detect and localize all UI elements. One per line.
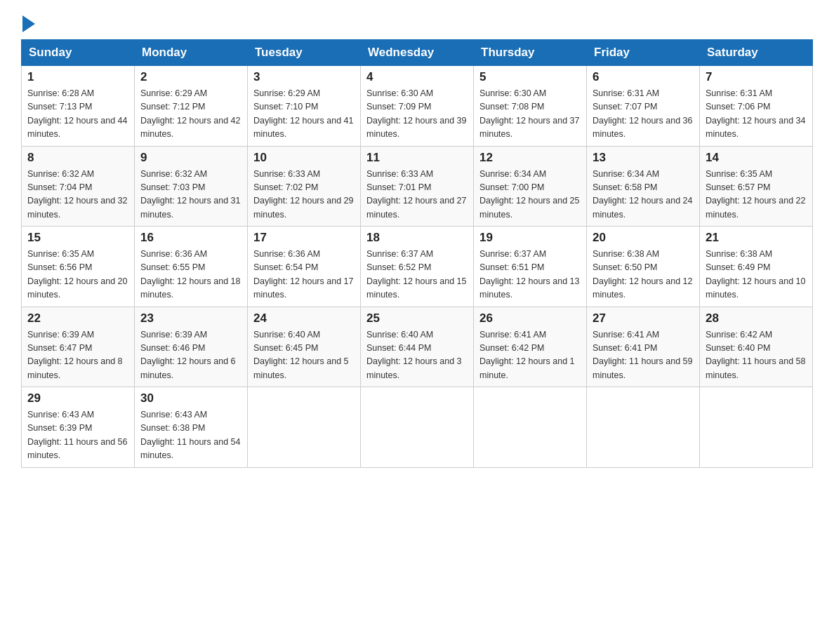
day-info: Sunrise: 6:41 AMSunset: 6:42 PMDaylight:… [479,330,575,380]
day-number: 8 [27,151,128,165]
day-number: 1 [27,70,128,84]
calendar-cell [587,387,700,468]
day-info: Sunrise: 6:29 AMSunset: 7:12 PMDaylight:… [140,88,240,139]
calendar-cell: 3 Sunrise: 6:29 AMSunset: 7:10 PMDayligh… [248,66,361,147]
calendar-cell: 29 Sunrise: 6:43 AMSunset: 6:39 PMDaylig… [22,387,135,468]
calendar-cell: 30 Sunrise: 6:43 AMSunset: 6:38 PMDaylig… [135,387,248,468]
calendar-cell: 10 Sunrise: 6:33 AMSunset: 7:02 PMDaylig… [248,146,361,227]
day-info: Sunrise: 6:30 AMSunset: 7:09 PMDaylight:… [366,88,466,139]
calendar-cell: 15 Sunrise: 6:35 AMSunset: 6:56 PMDaylig… [22,227,135,307]
day-info: Sunrise: 6:39 AMSunset: 6:46 PMDaylight:… [140,330,236,380]
calendar-cell: 24 Sunrise: 6:40 AMSunset: 6:45 PMDaylig… [248,307,361,387]
calendar-cell: 11 Sunrise: 6:33 AMSunset: 7:01 PMDaylig… [361,146,474,227]
calendar-cell: 27 Sunrise: 6:41 AMSunset: 6:41 PMDaylig… [587,307,700,387]
calendar-table: SundayMondayTuesdayWednesdayThursdayFrid… [21,39,813,468]
day-info: Sunrise: 6:38 AMSunset: 6:49 PMDaylight:… [706,249,805,300]
day-info: Sunrise: 6:36 AMSunset: 6:55 PMDaylight:… [140,249,240,300]
day-info: Sunrise: 6:31 AMSunset: 7:06 PMDaylight:… [706,88,805,139]
calendar-cell: 28 Sunrise: 6:42 AMSunset: 6:40 PMDaylig… [700,307,813,387]
calendar-cell [474,387,587,468]
day-number: 7 [706,70,807,84]
day-number: 28 [706,311,807,326]
day-info: Sunrise: 6:37 AMSunset: 6:52 PMDaylight:… [366,249,466,300]
day-info: Sunrise: 6:43 AMSunset: 6:38 PMDaylight:… [140,410,240,460]
calendar-cell: 17 Sunrise: 6:36 AMSunset: 6:54 PMDaylig… [248,227,361,307]
day-info: Sunrise: 6:43 AMSunset: 6:39 PMDaylight:… [27,410,127,460]
calendar-cell: 1 Sunrise: 6:28 AMSunset: 7:13 PMDayligh… [22,66,135,147]
day-number: 3 [253,70,355,84]
day-info: Sunrise: 6:40 AMSunset: 6:45 PMDaylight:… [253,330,349,380]
logo [21,14,35,32]
day-number: 6 [593,70,694,84]
day-number: 27 [593,311,694,326]
calendar-week-row: 22 Sunrise: 6:39 AMSunset: 6:47 PMDaylig… [22,307,813,387]
day-info: Sunrise: 6:32 AMSunset: 7:03 PMDaylight:… [140,169,240,220]
day-info: Sunrise: 6:34 AMSunset: 7:00 PMDaylight:… [479,169,579,220]
day-number: 25 [366,311,468,326]
calendar-cell: 18 Sunrise: 6:37 AMSunset: 6:52 PMDaylig… [361,227,474,307]
day-number: 22 [27,311,128,326]
day-info: Sunrise: 6:34 AMSunset: 6:58 PMDaylight:… [593,169,692,220]
day-info: Sunrise: 6:40 AMSunset: 6:44 PMDaylight:… [366,330,462,380]
day-info: Sunrise: 6:33 AMSunset: 7:01 PMDaylight:… [366,169,466,220]
calendar-cell [700,387,813,468]
calendar-cell: 6 Sunrise: 6:31 AMSunset: 7:07 PMDayligh… [587,66,700,147]
calendar-cell: 8 Sunrise: 6:32 AMSunset: 7:04 PMDayligh… [22,146,135,227]
day-header-tuesday: Tuesday [248,40,361,66]
page-header [21,14,813,32]
calendar-cell: 7 Sunrise: 6:31 AMSunset: 7:06 PMDayligh… [700,66,813,147]
day-number: 24 [253,311,355,326]
calendar-header-row: SundayMondayTuesdayWednesdayThursdayFrid… [22,40,813,66]
day-number: 14 [706,151,807,165]
day-info: Sunrise: 6:31 AMSunset: 7:07 PMDaylight:… [593,88,692,139]
day-number: 2 [140,70,241,84]
day-number: 16 [140,231,241,245]
calendar-cell: 9 Sunrise: 6:32 AMSunset: 7:03 PMDayligh… [135,146,248,227]
calendar-cell: 22 Sunrise: 6:39 AMSunset: 6:47 PMDaylig… [22,307,135,387]
calendar-cell: 16 Sunrise: 6:36 AMSunset: 6:55 PMDaylig… [135,227,248,307]
calendar-week-row: 15 Sunrise: 6:35 AMSunset: 6:56 PMDaylig… [22,227,813,307]
day-info: Sunrise: 6:28 AMSunset: 7:13 PMDaylight:… [27,88,127,139]
day-number: 20 [593,231,694,245]
calendar-cell: 19 Sunrise: 6:37 AMSunset: 6:51 PMDaylig… [474,227,587,307]
day-number: 21 [706,231,807,245]
day-number: 15 [27,231,128,245]
calendar-cell: 13 Sunrise: 6:34 AMSunset: 6:58 PMDaylig… [587,146,700,227]
day-info: Sunrise: 6:38 AMSunset: 6:50 PMDaylight:… [593,249,692,300]
day-number: 10 [253,151,355,165]
calendar-cell: 12 Sunrise: 6:34 AMSunset: 7:00 PMDaylig… [474,146,587,227]
calendar-cell: 26 Sunrise: 6:41 AMSunset: 6:42 PMDaylig… [474,307,587,387]
day-info: Sunrise: 6:36 AMSunset: 6:54 PMDaylight:… [253,249,353,300]
calendar-week-row: 1 Sunrise: 6:28 AMSunset: 7:13 PMDayligh… [22,66,813,147]
day-info: Sunrise: 6:30 AMSunset: 7:08 PMDaylight:… [479,88,579,139]
day-info: Sunrise: 6:42 AMSunset: 6:40 PMDaylight:… [706,330,805,380]
day-number: 11 [366,151,468,165]
calendar-cell: 2 Sunrise: 6:29 AMSunset: 7:12 PMDayligh… [135,66,248,147]
calendar-cell: 21 Sunrise: 6:38 AMSunset: 6:49 PMDaylig… [700,227,813,307]
day-number: 12 [479,151,581,165]
calendar-cell: 4 Sunrise: 6:30 AMSunset: 7:09 PMDayligh… [361,66,474,147]
calendar-cell: 14 Sunrise: 6:35 AMSunset: 6:57 PMDaylig… [700,146,813,227]
day-number: 9 [140,151,241,165]
day-number: 26 [479,311,581,326]
day-number: 4 [366,70,468,84]
day-info: Sunrise: 6:37 AMSunset: 6:51 PMDaylight:… [479,249,579,300]
day-number: 18 [366,231,468,245]
day-header-thursday: Thursday [474,40,587,66]
day-info: Sunrise: 6:32 AMSunset: 7:04 PMDaylight:… [27,169,127,220]
day-info: Sunrise: 6:35 AMSunset: 6:56 PMDaylight:… [27,249,127,300]
day-number: 17 [253,231,355,245]
day-header-sunday: Sunday [22,40,135,66]
day-info: Sunrise: 6:29 AMSunset: 7:10 PMDaylight:… [253,88,353,139]
calendar-week-row: 8 Sunrise: 6:32 AMSunset: 7:04 PMDayligh… [22,146,813,227]
logo-arrow-icon [22,15,35,32]
day-info: Sunrise: 6:41 AMSunset: 6:41 PMDaylight:… [593,330,692,380]
calendar-week-row: 29 Sunrise: 6:43 AMSunset: 6:39 PMDaylig… [22,387,813,468]
day-number: 19 [479,231,581,245]
day-header-saturday: Saturday [700,40,813,66]
day-info: Sunrise: 6:35 AMSunset: 6:57 PMDaylight:… [706,169,805,220]
calendar-cell: 5 Sunrise: 6:30 AMSunset: 7:08 PMDayligh… [474,66,587,147]
day-number: 13 [593,151,694,165]
day-header-wednesday: Wednesday [361,40,474,66]
calendar-cell: 25 Sunrise: 6:40 AMSunset: 6:44 PMDaylig… [361,307,474,387]
